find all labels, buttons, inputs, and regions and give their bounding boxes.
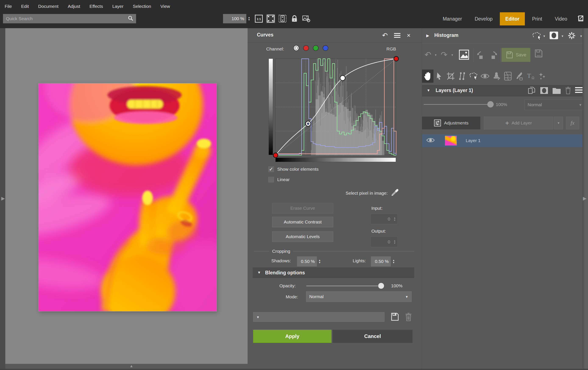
add-layer-dropdown-icon[interactable]: ▼ [554, 117, 563, 129]
layer-group-folder-icon[interactable] [552, 87, 561, 95]
blend-mode-dropdown[interactable]: Normal ▼ [306, 291, 412, 302]
mask-overlay-icon[interactable] [549, 31, 558, 41]
menu-document[interactable]: Document [38, 4, 59, 9]
lasso-selection-tool-icon[interactable] [468, 70, 479, 83]
save-preset-icon[interactable] [390, 312, 399, 323]
fit-width-button[interactable] [278, 14, 287, 23]
delete-layer-icon[interactable] [565, 86, 572, 95]
expand-left-panel-icon[interactable]: ▶ [1, 196, 5, 201]
menu-adjust[interactable]: Adjust [68, 4, 80, 9]
search-icon[interactable] [128, 15, 134, 22]
add-layer-button[interactable]: + Add Layer [484, 117, 553, 129]
rotate-right-icon[interactable] [487, 50, 497, 61]
effects-stars-tool-icon[interactable] [536, 70, 548, 83]
opacity-slider-track[interactable] [306, 285, 381, 286]
blending-options-header[interactable]: ▼ Blending options [253, 267, 414, 278]
paint-tool-icon[interactable] [514, 70, 525, 83]
input-field[interactable]: 0 ▲▼ [370, 214, 398, 224]
lights-field[interactable]: 0.50 % ▲▼ [371, 256, 396, 266]
preset-dropdown[interactable]: ▼ [253, 312, 385, 322]
shadows-field[interactable]: 0.50 % ▲▼ [297, 256, 322, 266]
redo-icon[interactable]: ↷ [441, 50, 447, 59]
duplicate-layer-icon[interactable] [528, 87, 536, 96]
curves-graph[interactable] [275, 59, 396, 155]
save-button[interactable]: Save [502, 48, 530, 62]
reset-curve-icon[interactable]: ↶ [381, 31, 389, 40]
pointer-tool-icon[interactable] [433, 70, 445, 83]
menu-selection[interactable]: Selection [133, 4, 151, 9]
clone-stamp-tool-icon[interactable] [491, 70, 502, 83]
panel-settings-gear-icon[interactable] [567, 31, 576, 41]
apply-button[interactable]: Apply [253, 330, 332, 343]
channel-rgb-button[interactable] [293, 45, 299, 51]
linear-checkbox[interactable]: ✓ [268, 177, 274, 182]
selection-tool-dropdown-icon[interactable]: ▼ [543, 35, 546, 38]
layer-opacity-knob[interactable] [487, 101, 494, 107]
open-external-icon[interactable] [577, 15, 584, 23]
channel-blue-button[interactable] [323, 45, 328, 51]
automatic-levels-button[interactable]: Automatic Levels [272, 231, 333, 242]
channel-red-button[interactable] [303, 45, 309, 51]
menu-layer[interactable]: Layer [112, 4, 124, 9]
crop-tool-icon[interactable] [445, 70, 456, 83]
layer-thumbnail[interactable] [445, 136, 457, 146]
settings-dropdown-icon[interactable]: ▼ [580, 35, 582, 38]
tab-manager[interactable]: Manager [437, 12, 468, 25]
tab-video[interactable]: Video [549, 12, 573, 25]
close-panel-icon[interactable]: × [404, 31, 413, 40]
shadows-stepper[interactable]: ▲▼ [317, 257, 322, 266]
collapse-blending-icon[interactable]: ▼ [257, 271, 261, 275]
channel-green-button[interactable] [313, 45, 319, 51]
layers-section-header[interactable]: ▼ Layers (Layer 1) [422, 85, 588, 96]
liquify-mesh-tool-icon[interactable] [502, 70, 514, 83]
panel-menu-icon[interactable] [393, 31, 401, 40]
spin-down-icon[interactable]: ▼ [248, 19, 250, 21]
erase-curve-button[interactable]: Erase Curve [272, 203, 333, 213]
lights-stepper[interactable]: ▲▼ [391, 257, 396, 266]
editor-canvas[interactable] [5, 28, 248, 364]
layer-visibility-eye-icon[interactable] [426, 137, 435, 144]
rotate-left-icon[interactable] [477, 50, 487, 61]
shadows-value[interactable]: 0.50 % [297, 256, 317, 266]
menu-view[interactable]: View [160, 4, 170, 9]
layer-effects-button[interactable]: fx [566, 117, 579, 129]
cancel-button[interactable]: Cancel [333, 330, 412, 343]
menu-effects[interactable]: Effects [89, 4, 103, 9]
fit-to-screen-button[interactable] [266, 14, 275, 23]
lights-value[interactable]: 0.50 % [371, 256, 391, 266]
automatic-contrast-button[interactable]: Automatic Contrast [272, 217, 333, 227]
output-stepper[interactable]: ▲▼ [392, 237, 398, 247]
undo-icon[interactable]: ↶ [425, 50, 431, 59]
delete-preset-icon[interactable] [404, 312, 412, 323]
show-color-elements-checkbox[interactable]: ✓ [268, 167, 274, 172]
eyedropper-icon[interactable] [391, 188, 399, 198]
adjustments-button[interactable]: Adjustments [422, 117, 480, 129]
text-tool-icon[interactable]: TΩ [525, 70, 536, 83]
redeye-tool-icon[interactable] [479, 70, 491, 83]
tab-develop[interactable]: Develop [469, 12, 498, 25]
menu-edit[interactable]: Edit [21, 4, 29, 9]
layer-opacity-track[interactable] [424, 104, 490, 105]
layer-name[interactable]: Layer 1 [466, 138, 481, 143]
output-field[interactable]: 0 ▲▼ [370, 237, 398, 247]
gradient-tool-icon[interactable] [456, 70, 468, 83]
undo-history-dropdown-icon[interactable]: ▼ [434, 53, 437, 57]
zoom-1to1-button[interactable]: 1:1 [254, 14, 264, 23]
tab-print[interactable]: Print [526, 12, 547, 25]
redo-history-dropdown-icon[interactable]: ▼ [451, 53, 454, 57]
zoom-stepper[interactable]: ▲ ▼ [246, 14, 252, 23]
opacity-slider-knob[interactable] [378, 283, 384, 289]
menu-file[interactable]: File [5, 4, 12, 9]
mask-dropdown-icon[interactable]: ▼ [561, 35, 564, 38]
lock-zoom-button[interactable] [290, 14, 299, 23]
right-panel-collapsed-strip[interactable]: ▶ [582, 28, 588, 370]
search-input[interactable] [3, 16, 128, 21]
tab-editor[interactable]: Editor [500, 12, 525, 25]
save-as-icon[interactable] [534, 49, 543, 59]
left-panel-collapsed-strip[interactable]: ▶ [0, 28, 5, 370]
layers-menu-icon[interactable] [575, 87, 583, 95]
hand-tool-icon[interactable] [422, 70, 433, 83]
layer-mask-icon[interactable] [540, 87, 548, 95]
layer-row[interactable]: Layer 1 [422, 134, 585, 147]
preview-settings-button[interactable] [301, 14, 311, 23]
